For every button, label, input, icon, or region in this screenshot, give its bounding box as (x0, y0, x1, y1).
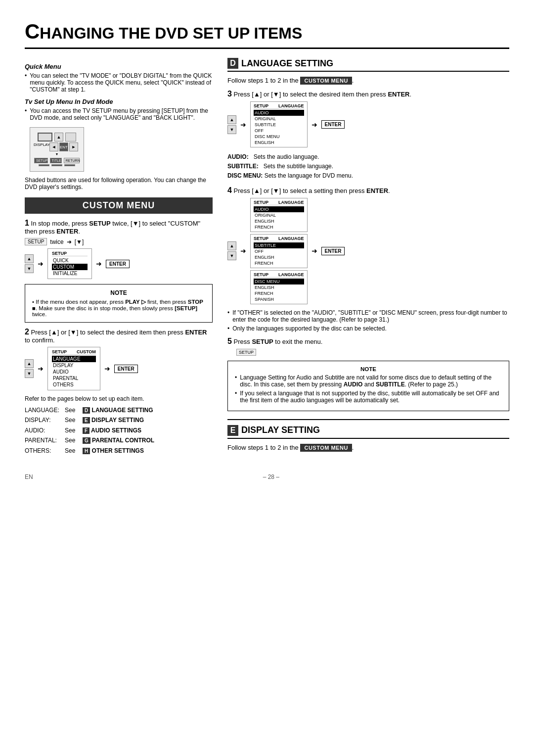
note-text: • If the menu does not appear, press PLA… (32, 298, 205, 317)
enter-button-step2: ENTER (114, 365, 138, 373)
note2-line1: • Language Setting for Audio and Subtitl… (235, 374, 502, 388)
quick-menu-text: • You can select the "TV MODE" or "DOLBY… (25, 72, 213, 93)
step2-block: 2 Press [▲] or [▼] to select the desired… (25, 328, 213, 390)
note-only-supported: • Only the languages supported by the di… (227, 325, 509, 332)
step5-text: 5 Press SETUP to exit the menu. (227, 337, 509, 346)
shaded-note: Shaded buttons are used for following op… (25, 177, 213, 190)
title-rest: HANGING THE DVD SET UP ITEMS (40, 24, 302, 42)
audio-labels: AUDIO: Sets the audio language. SUBTITLE… (227, 152, 509, 181)
right-column: D LANGUAGE SETTING Follow steps 1 to 2 i… (227, 58, 509, 459)
lang-screen-step3: SETUPLANGUAGE AUDIO ORIGINAL SUBTITLE OF… (250, 101, 308, 147)
refs-table: LANGUAGE: See D LANGUAGE SETTING DISPLAY… (25, 405, 213, 456)
bullet-icon2: • (25, 107, 27, 121)
subtitle-desc-row: SUBTITLE: Sets the subtitle language. (227, 162, 509, 171)
custom-menu-badge-e: CUSTOM MENU (300, 444, 352, 452)
setup-menu-screen: SETUP QUICK CUSTOM INITIALIZE (47, 248, 92, 279)
setup-icon: SETUP (25, 238, 47, 245)
section-divider (227, 419, 509, 420)
bullet-icon: • (25, 72, 27, 93)
ref-row-others: OTHERS: See H OTHER SETTINGS (25, 446, 213, 456)
step5-icon-row: SETUP (236, 348, 509, 356)
quick-menu-title: Quick Menu (25, 63, 213, 70)
step1-block: 1 In stop mode, press SETUP twice, [▼] t… (25, 219, 213, 279)
audio-screen: SETUPLANGUAGE AUDIO ORIGINAL ENGLISH FRE… (250, 198, 308, 232)
step3-text: 3 Press [▲] or [▼] to select the desired… (227, 90, 509, 98)
disc-menu-screen: SETUPLANGUAGE DISC MENU ENGLISH FRENCH S… (250, 270, 308, 304)
step5-block: 5 Press SETUP to exit the menu. SETUP (227, 337, 509, 356)
step4-text: 4 Press [▲] or [▼] to select a setting t… (227, 186, 509, 195)
nav-arrows2: ▲ ▼ (25, 359, 34, 378)
enter-button-step1: ENTER (106, 260, 130, 268)
section-d-title: LANGUAGE SETTING (241, 58, 333, 69)
note-other-audio: • If "OTHER" is selected on the "AUDIO",… (227, 309, 509, 323)
step2-arrow-row: ▲ ▼ ➜ SETUPCUSTOM LANGUAGE DISPLAY AUDIO… (25, 347, 213, 390)
step3-arrow-row: ▲ ▼ ➜ SETUPLANGUAGE AUDIO ORIGINAL SUBTI… (227, 101, 509, 147)
disc-menu-desc-row: DISC MENU: Sets the language for DVD men… (227, 171, 509, 181)
step4-arrow-row: ▲ ▼ ➜ SETUPLANGUAGE AUDIO ORIGINAL ENGLI… (227, 198, 509, 304)
note2-title: NOTE (235, 366, 502, 372)
step3-block: 3 Press [▲] or [▼] to select the desired… (227, 90, 509, 147)
follow-steps-d: Follow steps 1 to 2 in the CUSTOM MENU. (227, 77, 509, 85)
footer-center: – 28 – (263, 473, 279, 480)
step2-text: 2 Press [▲] or [▼] to select the desired… (25, 328, 213, 344)
section-d-letter: D (227, 58, 238, 69)
note-box-step1: NOTE • If the menu does not appear, pres… (25, 284, 213, 323)
setup-icon-step5: SETUP (236, 349, 256, 356)
step4-block: 4 Press [▲] or [▼] to select a setting t… (227, 186, 509, 304)
ref-row-display: DISPLAY: See E DISPLAY SETTING (25, 415, 213, 425)
step1-twice-line: SETUP twice ➜ [▼] (25, 238, 213, 245)
note-box2: NOTE • Language Setting for Audio and Su… (227, 361, 509, 411)
nav-arrows: ▲ ▼ (25, 254, 34, 273)
tv-setup-text: • You can access the TV SETUP menu by pr… (25, 107, 213, 121)
ref-row-audio: AUDIO: See F AUDIO SETTINGS (25, 425, 213, 435)
enter-button-step4: ENTER (321, 247, 345, 255)
custom-menu-header: CUSTOM MENU (25, 197, 213, 214)
note2-line2: • If you select a language that is not s… (235, 390, 502, 404)
tv-setup-title: Tv Set Up Menu In Dvd Mode (25, 98, 213, 105)
page-footer: EN – 28 – (25, 473, 509, 480)
follow-steps-e: Follow steps 1 to 2 in the CUSTOM MENU. (227, 444, 509, 452)
nav-arrows3: ▲ ▼ (227, 115, 236, 134)
custom-menu-badge-d: CUSTOM MENU (300, 77, 352, 85)
remote-diagram: ▲ DISPLAY ◄ ENT ► ▼ SETUP (30, 127, 213, 172)
refer-text: Refer to the pages below to set up each … (25, 395, 213, 402)
subtitle-screen: SETUPLANGUAGE SUBTITLE OFF ENGLISH FRENC… (250, 234, 308, 268)
step1-arrow-row: ▲ ▼ ➜ SETUP QUICK CUSTOM INITIALIZE ➜ EN… (25, 248, 213, 279)
other-notes: • If "OTHER" is selected on the "AUDIO",… (227, 309, 509, 332)
custom-menu-screen: SETUPCUSTOM LANGUAGE DISPLAY AUDIO PAREN… (47, 347, 100, 390)
page-title: CHANGING THE DVD SET UP ITEMS (25, 20, 509, 49)
section-d-header: D LANGUAGE SETTING (227, 58, 509, 72)
ref-row-language: LANGUAGE: See D LANGUAGE SETTING (25, 405, 213, 415)
footer-left: EN (25, 473, 33, 480)
section-e-title: DISPLAY SETTING (241, 425, 320, 435)
left-column: Quick Menu • You can select the "TV MODE… (25, 58, 213, 459)
ref-row-parental: PARENTAL: See G PARENTAL CONTROL (25, 435, 213, 445)
nav-arrows4: ▲ ▼ (227, 241, 236, 260)
step1-text: 1 In stop mode, press SETUP twice, [▼] t… (25, 219, 213, 235)
section-e-header: E DISPLAY SETTING (227, 425, 509, 439)
audio-desc-row: AUDIO: Sets the audio language. (227, 152, 509, 162)
section-e-letter: E (227, 425, 238, 436)
enter-button-step3: ENTER (321, 120, 345, 129)
title-big-c: C (25, 20, 40, 43)
multi-screen-col: SETUPLANGUAGE AUDIO ORIGINAL ENGLISH FRE… (250, 198, 308, 304)
